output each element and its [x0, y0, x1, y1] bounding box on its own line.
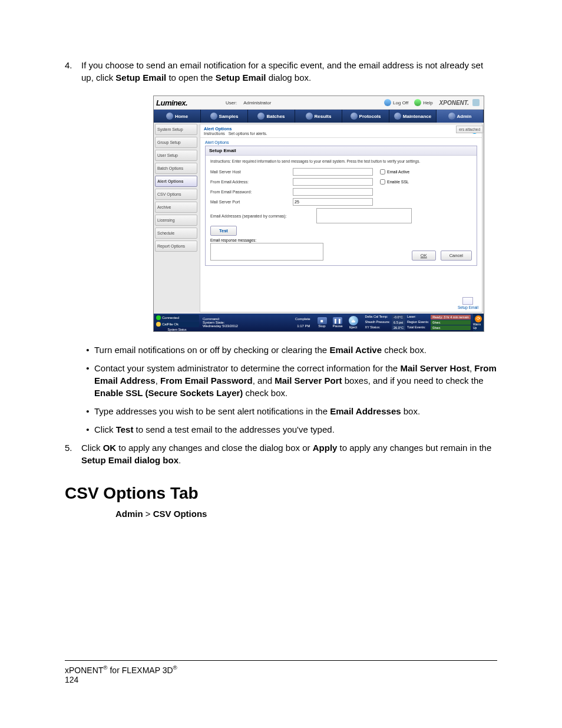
bullet-2: • Contact your system administrator to d… — [81, 362, 497, 399]
response-textarea[interactable] — [210, 243, 323, 261]
tab-batches[interactable]: Batches — [248, 110, 295, 123]
clipped-button[interactable]: ers attached — [456, 126, 483, 133]
step-4: 4. If you choose to send an email notifi… — [65, 59, 497, 84]
dialog-title: Setup Email — [206, 146, 477, 156]
status-dot-icon — [156, 315, 161, 320]
bullet-3: • Type addresses you wish to be sent ale… — [81, 405, 497, 417]
calfile-status: CalFile Ok — [155, 321, 199, 327]
tab-samples[interactable]: Samples — [201, 110, 248, 123]
sidebar-user-setup[interactable]: User Setup — [155, 150, 197, 161]
from-password-label: From Email Password: — [210, 190, 293, 194]
page-number: 124 — [65, 675, 78, 684]
app-screenshot: Luminex. User: Administrator Log Off Hel… — [153, 95, 484, 332]
step-5: 5. Click OK to apply any changes and clo… — [65, 442, 497, 466]
fieldset-label: Alert Options — [205, 140, 482, 144]
setup-email-button[interactable]: Setup Email — [458, 297, 478, 309]
samples-icon — [210, 113, 217, 120]
envelope-icon — [462, 297, 473, 305]
email-active-check[interactable]: Email Active — [380, 169, 409, 174]
admin-icon — [448, 113, 455, 120]
sidebar-system-setup[interactable]: System Setup — [155, 124, 197, 135]
mail-host-label: Mail Server Host — [210, 170, 293, 174]
sidebar-alert-options[interactable]: Alert Options — [155, 176, 197, 187]
warmup-icon: ⟳ — [475, 315, 482, 322]
bullet-4: • Click Test to send a test email to the… — [81, 423, 497, 436]
step-number: 4. — [65, 59, 81, 84]
step-number: 5. — [65, 442, 81, 466]
tab-results[interactable]: Results — [295, 110, 342, 123]
setup-email-dialog: Setup Email Instructions: Enter required… — [205, 146, 477, 266]
pause-button[interactable]: ❚❚Pause — [333, 317, 343, 328]
admin-sidebar: System Setup Group Setup User Setup Batc… — [154, 123, 199, 314]
window-icon[interactable] — [472, 99, 480, 106]
help-button[interactable]: Help — [414, 99, 432, 106]
email-addresses-label: Email Addresses (separated by commas): — [210, 214, 316, 218]
help-icon — [414, 99, 421, 106]
user-value: Administrator — [243, 100, 271, 106]
breadcrumb: Admin > CSV Options — [115, 509, 497, 519]
mail-port-input[interactable] — [293, 198, 373, 206]
sidebar-archive[interactable]: Archive — [155, 202, 197, 213]
sidebar-batch-options[interactable]: Batch Options — [155, 163, 197, 174]
bullet-1: • Turn email notifications on or off by … — [81, 344, 497, 356]
batches-icon — [257, 113, 265, 120]
tab-protocols[interactable]: Protocols — [342, 110, 389, 123]
dialog-instructions: Instructions: Enter required information… — [210, 159, 472, 163]
status-bar: Connected CalFile Ok System Status Comma… — [154, 314, 484, 331]
sidebar-schedule[interactable]: Schedule — [155, 228, 197, 239]
logoff-button[interactable]: Log Off — [384, 99, 408, 106]
sidebar-group-setup[interactable]: Group Setup — [155, 137, 197, 148]
home-icon — [166, 113, 173, 120]
email-addresses-input[interactable] — [316, 208, 412, 223]
tab-home[interactable]: Home — [154, 110, 201, 123]
eject-button[interactable]: ⏏Eject — [349, 316, 358, 329]
sidebar-report-options[interactable]: Report Options — [155, 241, 197, 252]
from-address-input[interactable] — [293, 178, 373, 186]
brand-logo: Luminex. — [156, 98, 187, 107]
from-address-label: From Email Address: — [210, 180, 293, 184]
warmup-button[interactable]: ⟳ Warm Up — [473, 314, 484, 331]
system-status-label: System Status — [155, 328, 199, 331]
panel-title: Alert Options — [204, 126, 232, 131]
mail-host-input[interactable] — [293, 168, 373, 176]
main-panel: Alert Options Instructions Set options f… — [200, 124, 482, 312]
ok-button[interactable]: OK — [412, 251, 436, 261]
cancel-button[interactable]: Cancel — [441, 251, 472, 261]
sidebar-licensing[interactable]: Licensing — [155, 215, 197, 226]
pause-icon: ❚❚ — [333, 317, 342, 324]
tab-admin[interactable]: Admin — [437, 110, 484, 123]
sidebar-csv-options[interactable]: CSV Options — [155, 189, 197, 200]
eject-icon: ⏏ — [349, 316, 358, 325]
results-icon — [306, 113, 313, 120]
mail-port-label: Mail Server Port — [210, 200, 293, 204]
product-logo: XPONENT. — [439, 100, 469, 106]
from-password-input[interactable] — [293, 188, 373, 196]
tab-maintenance[interactable]: Maintenance — [389, 110, 437, 123]
status-dot-icon — [156, 322, 161, 327]
protocols-icon — [351, 113, 358, 120]
app-titlebar: Luminex. User: Administrator Log Off Hel… — [154, 96, 484, 110]
page-footer: xPONENT® for FLEXMAP 3D® 124 — [65, 660, 497, 684]
response-label: Email response messages: — [210, 238, 472, 242]
section-heading: CSV Options Tab — [65, 484, 497, 503]
maintenance-icon — [394, 113, 401, 120]
stop-button[interactable]: ■Stop — [318, 317, 327, 328]
test-button[interactable]: Test — [210, 226, 237, 236]
main-navbar: Home Samples Batches Results Protocols M… — [154, 110, 484, 123]
enable-ssl-check[interactable]: Enable SSL — [380, 179, 409, 185]
stop-icon: ■ — [318, 317, 327, 324]
connected-status: Connected — [155, 315, 199, 321]
logoff-icon — [384, 99, 391, 106]
